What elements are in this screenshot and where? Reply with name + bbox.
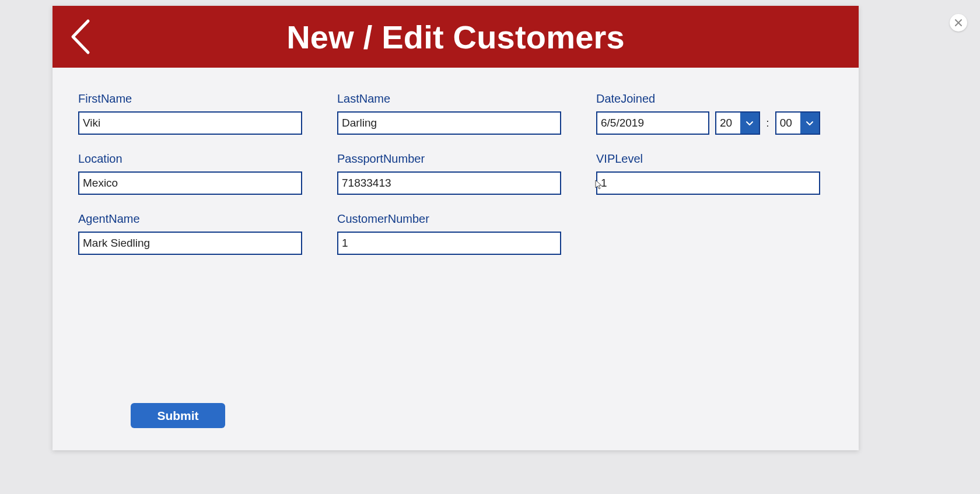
field-agentname: AgentName — [78, 212, 302, 255]
form-header: New / Edit Customers — [52, 6, 859, 68]
close-button[interactable] — [950, 14, 967, 31]
label-firstname: FirstName — [78, 92, 302, 106]
submit-button[interactable]: Submit — [131, 403, 225, 428]
field-lastname: LastName — [337, 92, 561, 135]
minute-dropdown — [775, 111, 820, 135]
input-hour[interactable] — [716, 117, 740, 129]
datejoined-group: : — [596, 111, 820, 135]
chevron-down-icon — [805, 118, 814, 128]
field-viplevel: VIPLevel — [596, 152, 820, 195]
input-location[interactable] — [78, 171, 302, 195]
input-firstname[interactable] — [78, 111, 302, 135]
input-passportnumber[interactable] — [337, 171, 561, 195]
field-passportnumber: PassportNumber — [337, 152, 561, 195]
back-button[interactable] — [66, 17, 94, 56]
input-customernumber[interactable] — [337, 232, 561, 255]
form-row-2: Location PassportNumber VIPLevel — [78, 152, 833, 195]
label-passportnumber: PassportNumber — [337, 152, 561, 166]
hour-dropdown-button[interactable] — [740, 113, 759, 134]
input-lastname[interactable] — [337, 111, 561, 135]
minute-dropdown-button[interactable] — [800, 113, 819, 134]
form-row-1: FirstName LastName DateJoined — [78, 92, 833, 135]
input-minute[interactable] — [776, 117, 800, 129]
input-viplevel[interactable] — [596, 171, 820, 195]
date-picker — [596, 111, 709, 135]
field-datejoined: DateJoined — [596, 92, 820, 135]
form-row-3: AgentName CustomerNumber — [78, 212, 833, 255]
form-card: New / Edit Customers FirstName LastName … — [52, 6, 859, 450]
close-icon — [954, 19, 963, 27]
time-separator: : — [766, 117, 769, 129]
field-firstname: FirstName — [78, 92, 302, 135]
field-customernumber: CustomerNumber — [337, 212, 561, 255]
label-customernumber: CustomerNumber — [337, 212, 561, 226]
page-title: New / Edit Customers — [52, 18, 859, 56]
label-lastname: LastName — [337, 92, 561, 106]
label-location: Location — [78, 152, 302, 166]
chevron-down-icon — [745, 118, 754, 128]
form-body: FirstName LastName DateJoined — [52, 68, 859, 255]
back-arrow-icon — [66, 17, 94, 56]
field-location: Location — [78, 152, 302, 195]
label-viplevel: VIPLevel — [596, 152, 820, 166]
hour-dropdown — [715, 111, 760, 135]
label-datejoined: DateJoined — [596, 92, 820, 106]
input-agentname[interactable] — [78, 232, 302, 255]
label-agentname: AgentName — [78, 212, 302, 226]
